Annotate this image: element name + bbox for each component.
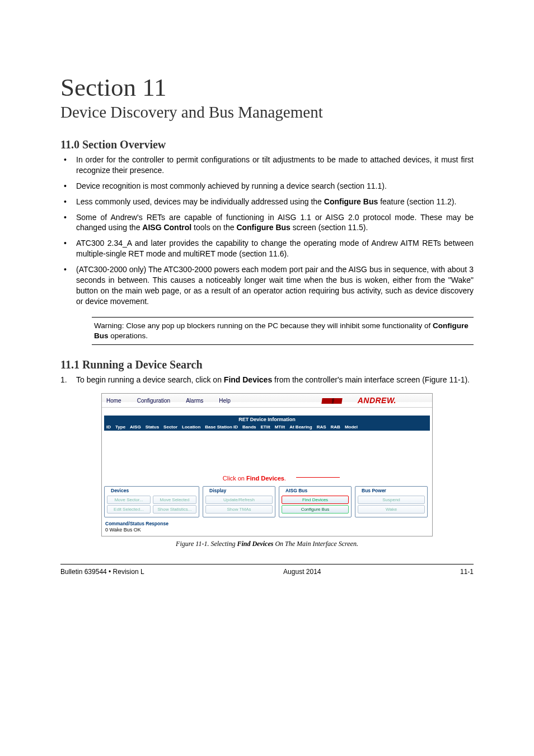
footer-center: August 2014 <box>283 568 321 576</box>
show-statistics-button[interactable]: Show Statistics... <box>153 505 196 514</box>
display-legend: Display <box>208 488 228 493</box>
step-text: To begin running a device search, click … <box>76 375 470 384</box>
overview-bullet: (ATC300-2000 only) The ATC300-2000 power… <box>60 264 474 307</box>
configure-bus-button[interactable]: Configure Bus <box>282 505 349 514</box>
suspend-button[interactable]: Suspend <box>358 496 425 504</box>
move-sector-button[interactable]: Move Sector... <box>107 496 151 504</box>
update-refresh-button[interactable]: Update/Refresh <box>205 496 273 504</box>
status-label: Command/Status Response <box>105 521 429 526</box>
col-sector: Sector <box>163 424 177 430</box>
footer-left: Bulletin 639544 • Revision L <box>60 568 144 576</box>
search-steps: 1. To begin running a device search, cli… <box>60 375 474 385</box>
aisg-legend: AISG Bus <box>284 488 309 493</box>
menu-help[interactable]: Help <box>219 398 231 404</box>
warning-box: Warning: Close any pop up blockers runni… <box>92 317 474 345</box>
col-id: ID <box>106 424 111 430</box>
table-columns: ID Type AISG Status Sector Location Base… <box>104 423 430 431</box>
status-text: 0 Wake Bus OK <box>105 527 429 533</box>
bus-power-group: Bus Power Suspend Wake <box>355 486 428 517</box>
devices-legend: Devices <box>109 488 130 493</box>
col-location: Location <box>182 424 200 430</box>
col-type: Type <box>115 424 125 430</box>
find-devices-button[interactable]: Find Devices <box>282 496 349 504</box>
search-heading: 11.1 Running a Device Search <box>60 358 474 371</box>
figure-annotation: Click on Find Devices. <box>223 475 286 482</box>
table-body-empty: Click on Find Devices. <box>104 431 430 484</box>
overview-bullet: ATC300 2.34_A and later provides the cap… <box>60 238 474 259</box>
display-group: Display Update/Refresh Show TMAs <box>203 486 275 517</box>
move-selected-button[interactable]: Move Selected <box>153 496 196 504</box>
overview-bullet: Less commonly used, devices may be indiv… <box>60 197 474 207</box>
wake-button[interactable]: Wake <box>358 505 425 514</box>
col-model: Model <box>345 424 358 430</box>
col-status: Status <box>146 424 159 430</box>
overview-bullet: In order for the controller to permit co… <box>60 155 474 176</box>
menu-alarms[interactable]: Alarms <box>186 398 203 404</box>
figure-caption: Figure 11-1. Selecting Find Devices On T… <box>60 540 474 548</box>
col-atbearing: At Bearing <box>289 424 312 430</box>
show-tmas-button[interactable]: Show TMAs <box>205 505 273 514</box>
col-mtilt: MTilt <box>275 424 285 430</box>
section-number: Section 11 <box>60 73 474 102</box>
footer: Bulletin 639544 • Revision L August 2014… <box>60 564 474 576</box>
col-rab: RAB <box>331 424 340 430</box>
menu-home[interactable]: Home <box>106 398 121 404</box>
col-aisg: AISG <box>130 424 141 430</box>
figure-screenshot: Home Configuration Alarms Help ANDREW. R… <box>101 393 433 536</box>
overview-heading: 11.0 Section Overview <box>60 138 474 151</box>
menu-configuration[interactable]: Configuration <box>137 398 170 404</box>
annotation-line <box>296 477 340 478</box>
col-bands: Bands <box>242 424 256 430</box>
col-etilt: ETilt <box>260 424 270 430</box>
edit-selected-button[interactable]: Edit Selected... <box>107 505 151 514</box>
figure-menubar: Home Configuration Alarms Help ANDREW. <box>102 394 432 408</box>
col-basestation: Base Station ID <box>205 424 238 430</box>
andrew-logo: ANDREW. <box>322 396 412 405</box>
bus-power-legend: Bus Power <box>360 488 388 493</box>
step-number: 1. <box>60 375 67 385</box>
table-title: RET Device Information <box>104 416 430 423</box>
aisg-bus-group: AISG Bus Find Devices Configure Bus <box>279 486 352 517</box>
footer-right: 11-1 <box>460 568 474 576</box>
logo-icon <box>321 398 342 404</box>
overview-list: In order for the controller to permit co… <box>60 155 474 307</box>
search-step: 1. To begin running a device search, cli… <box>60 375 474 385</box>
col-ras: RAS <box>317 424 326 430</box>
devices-group: Devices Move Sector... Edit Selected... … <box>104 486 199 517</box>
overview-bullet: Device recognition is most commonly achi… <box>60 181 474 192</box>
overview-bullet: Some of Andrew's RETs are capable of fun… <box>60 212 474 234</box>
section-title: Device Discovery and Bus Management <box>60 103 474 122</box>
